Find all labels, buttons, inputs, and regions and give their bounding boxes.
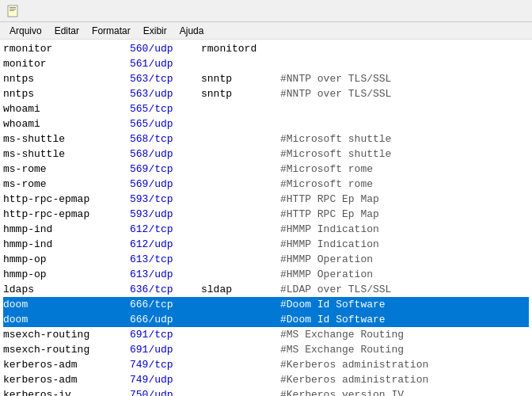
service-comment: #Microsoft shuttle — [280, 133, 529, 145]
table-row[interactable]: nntps563/tcpsnntp#NNTP over TLS/SSL — [3, 71, 529, 86]
service-port: 612/udp — [130, 238, 201, 250]
service-port: 749/udp — [130, 374, 201, 386]
table-row[interactable]: kerberos-adm749/udp#Kerberos administrat… — [3, 372, 529, 387]
table-row[interactable]: hmmp-op613/tcp#HMMP Operation — [3, 252, 529, 267]
service-name: http-rpc-epmap — [3, 208, 130, 220]
menu-bar: ArquivoEditarFormatarExibirAjuda — [0, 22, 532, 40]
table-row[interactable]: hmmp-ind612/udp#HMMP Indication — [3, 237, 529, 252]
table-row[interactable]: whoami565/tcp — [3, 101, 529, 116]
service-port: 691/udp — [130, 344, 201, 356]
service-name: ms-rome — [3, 163, 130, 175]
service-name: whoami — [3, 103, 130, 115]
table-row[interactable]: msexch-routing691/tcp#MS Exchange Routin… — [3, 327, 529, 342]
service-comment: #HMMP Operation — [280, 253, 529, 265]
table-row[interactable]: hmmp-ind612/tcp#HMMP Indication — [3, 222, 529, 237]
service-comment: #NNTP over TLS/SSL — [280, 88, 529, 100]
table-row[interactable]: monitor561/udp — [3, 56, 529, 71]
service-name: doom — [3, 314, 130, 326]
menu-item-editar[interactable]: Editar — [48, 24, 86, 37]
service-name: nntps — [3, 88, 130, 100]
service-port: 750/udp — [130, 389, 201, 396]
service-alias: snntp — [201, 73, 280, 85]
service-port: 593/tcp — [130, 193, 201, 205]
service-comment: #LDAP over TLS/SSL — [280, 284, 529, 295]
table-row[interactable]: hmmp-op613/udp#HMMP Operation — [3, 267, 529, 282]
menu-item-formatar[interactable]: Formatar — [86, 24, 137, 37]
service-comment: #HTTP RPC Ep Map — [280, 193, 529, 205]
menu-item-exibir[interactable]: Exibir — [137, 24, 173, 37]
service-name: hmmp-ind — [3, 238, 130, 250]
menu-item-ajuda[interactable]: Ajuda — [173, 24, 211, 37]
service-comment: #HTTP RPC Ep Map — [280, 208, 529, 220]
table-row[interactable]: whoami565/udp — [3, 116, 529, 131]
service-name: hmmp-op — [3, 253, 130, 265]
service-comment: #Kerberos administration — [280, 359, 529, 371]
service-name: msexch-routing — [3, 329, 130, 341]
service-name: kerberos-adm — [3, 374, 130, 386]
service-port: 613/udp — [130, 268, 201, 280]
service-name: ms-rome — [3, 178, 130, 190]
service-port: 568/tcp — [130, 133, 201, 145]
table-row[interactable]: http-rpc-epmap593/tcp#HTTP RPC Ep Map — [3, 192, 529, 207]
service-comment: #Microsoft rome — [280, 163, 529, 175]
table-row[interactable]: http-rpc-epmap593/udp#HTTP RPC Ep Map — [3, 207, 529, 222]
service-comment: #Kerberos version IV — [280, 389, 529, 396]
service-port: 569/udp — [130, 178, 201, 190]
service-name: rmonitor — [3, 43, 130, 55]
service-port: 666/udp — [130, 314, 201, 326]
service-comment: #MS Exchange Routing — [280, 329, 529, 341]
service-name: hmmp-ind — [3, 223, 130, 235]
service-port: 561/udp — [130, 58, 201, 70]
service-comment: #Microsoft shuttle — [280, 148, 529, 160]
notepad-icon — [6, 5, 19, 17]
service-port: 568/udp — [130, 148, 201, 160]
table-row[interactable]: doom666/udp#Doom Id Software — [3, 312, 529, 327]
svg-rect-1 — [10, 7, 16, 8]
service-name: http-rpc-epmap — [3, 193, 130, 205]
service-name: msexch-routing — [3, 344, 130, 356]
service-port: 565/tcp — [130, 103, 201, 115]
service-port: 613/tcp — [130, 253, 201, 265]
service-comment: #Doom Id Software — [280, 299, 529, 310]
title-bar — [0, 0, 532, 22]
service-name: ms-shuttle — [3, 133, 130, 145]
service-comment: #HMMP Operation — [280, 268, 529, 280]
service-comment: #NNTP over TLS/SSL — [280, 73, 529, 85]
service-name: ldaps — [3, 284, 130, 295]
service-name: kerberos-iv — [3, 389, 130, 396]
service-port: 636/tcp — [130, 284, 201, 295]
table-row[interactable]: ms-rome569/udp#Microsoft rome — [3, 177, 529, 192]
service-port: 569/tcp — [130, 163, 201, 175]
table-row[interactable]: ms-shuttle568/tcp#Microsoft shuttle — [3, 131, 529, 147]
service-name: hmmp-op — [3, 268, 130, 280]
table-row[interactable]: rmonitor560/udprmonitord — [3, 41, 529, 56]
service-name: ms-shuttle — [3, 148, 130, 160]
table-row[interactable]: doom666/tcp#Doom Id Software — [3, 297, 529, 312]
table-row[interactable]: kerberos-adm749/tcp#Kerberos administrat… — [3, 357, 529, 372]
service-port: 563/tcp — [130, 73, 201, 85]
content-area: rmonitor560/udprmonitordmonitor561/udpnn… — [0, 40, 532, 396]
service-port: 560/udp — [130, 43, 201, 55]
service-name: nntps — [3, 73, 130, 85]
table-row[interactable]: msexch-routing691/udp#MS Exchange Routin… — [3, 342, 529, 357]
svg-rect-3 — [10, 10, 14, 11]
service-port: 749/tcp — [130, 359, 201, 371]
service-name: doom — [3, 299, 130, 310]
service-comment: #MS Exchange Routing — [280, 344, 529, 356]
service-comment: #Doom Id Software — [280, 314, 529, 326]
menu-item-arquivo[interactable]: Arquivo — [3, 24, 48, 37]
service-port: 563/udp — [130, 88, 201, 100]
table-row[interactable]: ldaps636/tcpsldap#LDAP over TLS/SSL — [3, 282, 529, 297]
service-comment: #Kerberos administration — [280, 374, 529, 386]
service-alias: rmonitord — [201, 43, 280, 55]
service-name: kerberos-adm — [3, 359, 130, 371]
service-alias: snntp — [201, 88, 280, 100]
service-comment: #Microsoft rome — [280, 178, 529, 190]
service-port: 593/udp — [130, 208, 201, 220]
table-row[interactable]: ms-rome569/tcp#Microsoft rome — [3, 162, 529, 177]
table-row[interactable]: ms-shuttle568/udp#Microsoft shuttle — [3, 147, 529, 162]
table-row[interactable]: nntps563/udpsnntp#NNTP over TLS/SSL — [3, 86, 529, 101]
service-port: 612/tcp — [130, 223, 201, 235]
table-row[interactable]: kerberos-iv750/udp#Kerberos version IV — [3, 387, 529, 396]
service-alias: sldap — [201, 284, 280, 295]
